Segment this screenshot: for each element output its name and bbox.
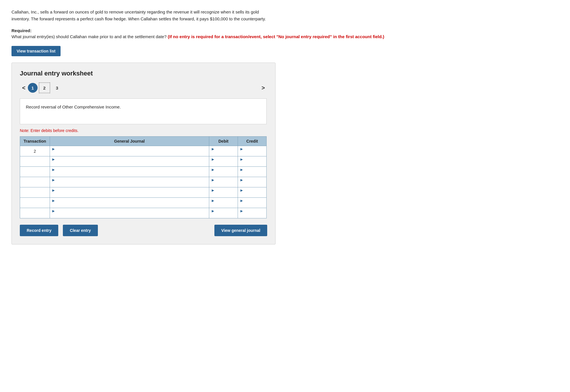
cell-arrow-journal: ► (52, 167, 56, 172)
header-credit: Credit (238, 137, 267, 146)
table-row (20, 156, 50, 167)
credit-input[interactable] (240, 183, 265, 187)
table-row (20, 177, 50, 187)
journal-cell[interactable]: ► (50, 167, 209, 177)
credit-cell[interactable]: ► (238, 167, 267, 177)
debit-input[interactable] (211, 214, 236, 218)
journal-input[interactable] (52, 214, 207, 218)
problem-line2: inventory. The forward represents a perf… (11, 15, 559, 22)
cell-arrow-credit: ► (240, 209, 244, 213)
debit-input[interactable] (211, 183, 236, 187)
debit-cell[interactable]: ► (209, 167, 238, 177)
credit-input[interactable] (240, 162, 265, 166)
cell-arrow-credit: ► (240, 167, 244, 172)
debit-cell[interactable]: ► (209, 146, 238, 156)
cell-arrow-journal: ► (52, 157, 56, 162)
instruction-plain: What journal entry(ies) should Callahan … (11, 34, 166, 39)
debit-cell[interactable]: ► (209, 208, 238, 218)
journal-input[interactable] (52, 183, 207, 187)
tabs-wrapper: 1 2 3 (28, 82, 259, 93)
journal-cell[interactable]: ► (50, 208, 209, 218)
tab-3[interactable]: 3 (51, 82, 63, 93)
journal-cell[interactable]: ► (50, 156, 209, 167)
journal-cell[interactable]: ► (50, 177, 209, 187)
table-row: 2 (20, 146, 50, 156)
description-text: Record reversal of Other Comprehensive I… (26, 104, 121, 109)
cell-arrow-debit: ► (211, 178, 215, 182)
debit-input[interactable] (211, 193, 236, 197)
debit-cell[interactable]: ► (209, 187, 238, 198)
header-general-journal: General Journal (50, 137, 209, 146)
required-label: Required: (11, 28, 559, 33)
table-row (20, 187, 50, 198)
debit-input[interactable] (211, 203, 236, 208)
description-box: Record reversal of Other Comprehensive I… (20, 98, 267, 124)
cell-arrow-credit: ► (240, 188, 244, 193)
journal-input[interactable] (52, 162, 207, 166)
problem-text: Callahan, Inc., sells a forward on ounce… (11, 9, 559, 22)
journal-cell[interactable]: ► (50, 198, 209, 208)
cell-arrow-debit: ► (211, 167, 215, 172)
header-transaction: Transaction (20, 137, 50, 146)
credit-cell[interactable]: ► (238, 156, 267, 167)
worksheet-title: Journal entry worksheet (20, 70, 267, 77)
credit-cell[interactable]: ► (238, 177, 267, 187)
cell-arrow-credit: ► (240, 157, 244, 162)
debit-input[interactable] (211, 152, 236, 156)
required-instruction: What journal entry(ies) should Callahan … (11, 34, 559, 39)
table-row (20, 167, 50, 177)
credit-input[interactable] (240, 203, 265, 208)
note-text: Note: Enter debits before credits. (20, 128, 267, 133)
debit-input[interactable] (211, 162, 236, 166)
view-transaction-button[interactable]: View transaction list (11, 46, 61, 56)
cell-arrow-journal: ► (52, 188, 56, 193)
credit-cell[interactable]: ► (238, 208, 267, 218)
journal-cell[interactable]: ► (50, 187, 209, 198)
cell-arrow-credit: ► (240, 147, 244, 151)
cell-arrow-credit: ► (240, 198, 244, 203)
credit-cell[interactable]: ► (238, 198, 267, 208)
tab-1[interactable]: 1 (28, 83, 38, 93)
credit-input[interactable] (240, 193, 265, 197)
cell-arrow-journal: ► (52, 209, 56, 213)
instruction-bold: (If no entry is required for a transacti… (168, 34, 384, 39)
journal-input[interactable] (52, 172, 207, 177)
journal-input[interactable] (52, 193, 207, 197)
journal-cell[interactable]: ► (50, 146, 209, 156)
debit-cell[interactable]: ► (209, 156, 238, 167)
cell-arrow-journal: ► (52, 198, 56, 203)
debit-input[interactable] (211, 172, 236, 177)
debit-cell[interactable]: ► (209, 198, 238, 208)
nav-right-arrow[interactable]: > (259, 84, 267, 92)
credit-input[interactable] (240, 152, 265, 156)
cell-arrow-journal: ► (52, 147, 56, 151)
worksheet-container: Journal entry worksheet < 1 2 3 > Record… (11, 63, 276, 244)
journal-input[interactable] (52, 152, 207, 156)
credit-cell[interactable]: ► (238, 146, 267, 156)
table-row (20, 208, 50, 218)
journal-table: Transaction General Journal Debit Credit… (20, 136, 267, 218)
cell-arrow-credit: ► (240, 178, 244, 182)
tab-2[interactable]: 2 (39, 82, 50, 93)
cell-arrow-debit: ► (211, 147, 215, 151)
journal-input[interactable] (52, 203, 207, 208)
credit-cell[interactable]: ► (238, 187, 267, 198)
cell-arrow-debit: ► (211, 157, 215, 162)
credit-input[interactable] (240, 172, 265, 177)
tabs-row: < 1 2 3 > (20, 82, 267, 93)
debit-cell[interactable]: ► (209, 177, 238, 187)
cell-arrow-journal: ► (52, 178, 56, 182)
header-debit: Debit (209, 137, 238, 146)
credit-input[interactable] (240, 214, 265, 218)
table-row (20, 198, 50, 208)
problem-line1: Callahan, Inc., sells a forward on ounce… (11, 9, 559, 15)
record-entry-button[interactable]: Record entry (20, 225, 58, 236)
cell-arrow-debit: ► (211, 209, 215, 213)
cell-arrow-debit: ► (211, 198, 215, 203)
view-general-journal-button[interactable]: View general journal (214, 225, 267, 236)
nav-left-arrow[interactable]: < (20, 84, 28, 92)
cell-arrow-debit: ► (211, 188, 215, 193)
clear-entry-button[interactable]: Clear entry (63, 225, 98, 236)
action-buttons: Record entry Clear entry View general jo… (20, 225, 267, 236)
